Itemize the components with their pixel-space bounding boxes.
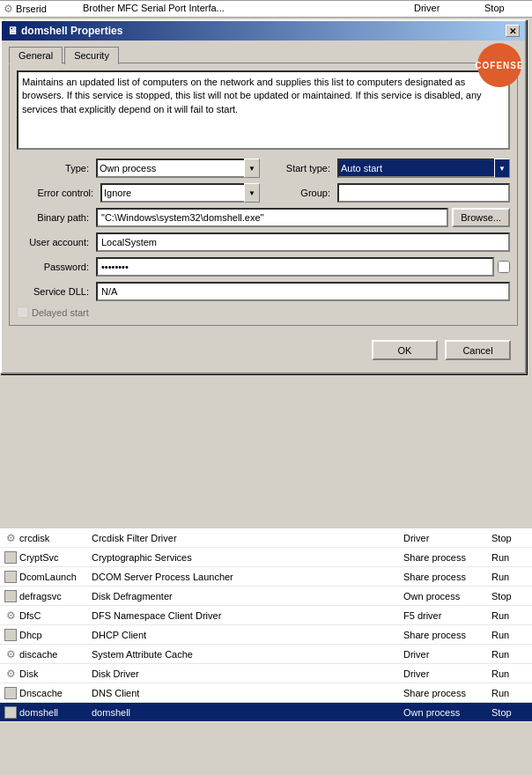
binary-path-fields: Browse... (96, 208, 510, 227)
gear-icon: ⚙ (4, 531, 18, 545)
top-row-name: ⚙ Brserid (4, 3, 83, 15)
close-button[interactable]: ✕ (506, 25, 520, 37)
svc-name: ⚙Disk (0, 667, 88, 681)
svc-status: Run (488, 552, 532, 563)
svc-type: Own process (400, 591, 488, 602)
user-account-row: User account: (17, 232, 510, 252)
gear-icon: ⚙ (4, 647, 18, 661)
dialog-buttons: OK Cancel (9, 335, 518, 365)
type-select[interactable]: Own process (96, 159, 260, 178)
error-control-label: Error control: (17, 188, 100, 198)
delayed-start-checkbox (17, 306, 28, 318)
svc-type: Share process (400, 572, 488, 582)
box-icon (4, 570, 18, 584)
binary-path-input[interactable] (96, 208, 448, 227)
service-row[interactable]: defragsvc Disk Defragmenter Own process … (0, 587, 532, 606)
password-checkbox[interactable] (498, 261, 510, 273)
error-select-wrapper: Ignore ▼ (100, 183, 260, 203)
start-type-label: Start type: (267, 163, 337, 173)
tab-general[interactable]: General (9, 47, 63, 64)
browse-button[interactable]: Browse... (452, 208, 510, 227)
svc-desc: domshell (88, 707, 400, 718)
start-type-select-wrapper: Auto start ▼ (337, 159, 510, 178)
gear-icon: ⚙ (4, 667, 18, 681)
error-control-left: Error control: Ignore ▼ (17, 183, 260, 203)
service-row[interactable]: ⚙Disk Disk Driver Driver Run (0, 664, 532, 683)
type-left: Type: Own process ▼ (17, 159, 260, 178)
service-row[interactable]: domshell domshell Own process Stop (0, 703, 532, 722)
type-row: Type: Own process ▼ Start type: Auto (17, 159, 510, 178)
dialog-title: domshell Properties (21, 25, 122, 37)
tab-panel-general: Maintains an updated list of computers o… (9, 63, 518, 326)
gear-icon: ⚙ (4, 609, 18, 623)
svc-status: Stop (488, 591, 532, 602)
svc-name: Dnscache (0, 686, 88, 700)
tab-bar: General Security (9, 46, 518, 63)
svc-name: ⚙crcdisk (0, 531, 88, 545)
service-row[interactable]: CryptSvc Cryptographic Services Share pr… (0, 548, 532, 567)
service-dll-label: Service DLL: (17, 286, 96, 297)
service-row[interactable]: Dnscache DNS Client Share process Run (0, 683, 532, 703)
cancel-button[interactable]: Cancel (445, 340, 511, 360)
tab-security[interactable]: Security (64, 47, 119, 64)
error-group-row: Error control: Ignore ▼ Group: (17, 183, 510, 203)
service-row[interactable]: ⚙discache System Attribute Cache Driver … (0, 645, 532, 664)
svc-desc: Crcdisk Filter Driver (88, 533, 400, 543)
svc-desc: Cryptographic Services (88, 552, 400, 563)
top-row-type: Driver (414, 3, 484, 15)
svc-status: Run (488, 610, 532, 621)
svc-type: Share process (400, 688, 488, 698)
service-row[interactable]: Dhcp DHCP Client Share process Run (0, 625, 532, 645)
top-row-status: Stop (484, 3, 528, 15)
description-box: Maintains an updated list of computers o… (17, 70, 510, 150)
svc-desc: System Attribute Cache (88, 649, 400, 660)
start-type-select[interactable]: Auto start (337, 159, 510, 178)
top-row-desc: Brother MFC Serial Port Interfa... (83, 3, 414, 15)
svc-type: Share process (400, 630, 488, 640)
password-label: Password: (17, 262, 96, 272)
user-account-input[interactable] (96, 232, 510, 252)
svc-name: CryptSvc (0, 550, 88, 565)
svc-type: Own process (400, 707, 488, 718)
service-dll-input[interactable] (96, 282, 510, 301)
password-input[interactable] (96, 257, 494, 277)
delayed-start-label: Delayed start (32, 307, 89, 318)
gear-icon-top: ⚙ (4, 3, 13, 15)
svc-desc: DFS Namespace Client Driver (88, 610, 400, 621)
description-text: Maintains an updated list of computers o… (22, 77, 482, 114)
group-label: Group: (267, 188, 337, 198)
group-right: Group: (267, 183, 510, 203)
service-row[interactable]: ⚙DfsC DFS Namespace Client Driver F5 dri… (0, 606, 532, 625)
service-row[interactable]: ⚙crcdisk Crcdisk Filter Driver Driver St… (0, 528, 532, 548)
box-icon (4, 628, 18, 642)
error-control-select[interactable]: Ignore (100, 183, 260, 203)
svc-name: ⚙discache (0, 647, 88, 661)
svc-status: Run (488, 688, 532, 698)
svc-desc: Disk Defragmenter (88, 591, 400, 602)
box-icon (4, 686, 18, 700)
dialog-titlebar: 🖥 domshell Properties ✕ (2, 21, 525, 41)
dialog-content: General Security Maintains an updated li… (2, 41, 525, 373)
box-icon (4, 589, 18, 603)
service-row[interactable]: DcomLaunch DCOM Server Process Launcher … (0, 567, 532, 587)
services-rows-container: ⚙crcdisk Crcdisk Filter Driver Driver St… (0, 528, 532, 722)
service-dll-row: Service DLL: (17, 282, 510, 301)
box-icon (4, 705, 18, 720)
svc-status: Run (488, 572, 532, 582)
svc-name: DcomLaunch (0, 570, 88, 584)
dialog-title-icon: 🖥 (7, 25, 18, 37)
services-list: ⚙crcdisk Crcdisk Filter Driver Driver St… (0, 528, 532, 722)
svc-status: Run (488, 668, 532, 679)
svc-name: ⚙DfsC (0, 609, 88, 623)
titlebar-left: 🖥 domshell Properties (7, 25, 122, 37)
svc-status: Run (488, 649, 532, 660)
svc-desc: Disk Driver (88, 668, 400, 679)
svc-type: Share process (400, 552, 488, 563)
svc-status: Run (488, 630, 532, 640)
ok-button[interactable]: OK (372, 340, 438, 360)
svc-type: F5 driver (400, 610, 488, 621)
group-input[interactable] (337, 183, 510, 203)
svc-type: Driver (400, 668, 488, 679)
svc-type: Driver (400, 533, 488, 543)
box-icon (4, 550, 18, 565)
